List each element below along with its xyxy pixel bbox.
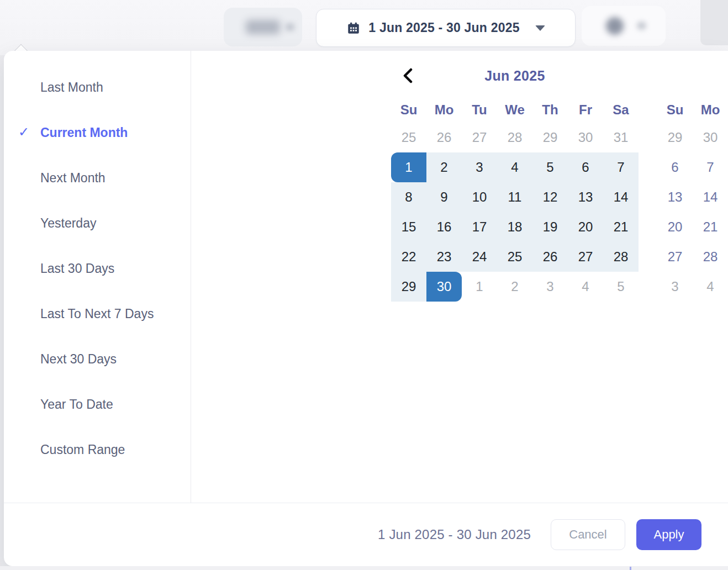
page-bottom-strip [0, 566, 728, 570]
preset-label: Yesterday [40, 216, 96, 230]
day-cell[interactable]: 30 [693, 123, 728, 152]
page-bottom-mark [630, 567, 631, 570]
day-cell[interactable]: 14 [603, 182, 639, 212]
day-cell[interactable]: 2 [426, 152, 462, 182]
preset-last-30-days[interactable]: Last 30 Days [40, 260, 156, 277]
day-cell[interactable]: 28 [497, 123, 532, 152]
preset-current-month[interactable]: ✓Current Month [40, 124, 156, 141]
day-cell[interactable]: 15 [391, 212, 426, 242]
avatar [606, 17, 624, 35]
day-cell[interactable]: 25 [497, 242, 532, 272]
day-cell[interactable]: 17 [462, 212, 497, 242]
day-cell[interactable]: 2 [497, 272, 532, 302]
day-cell[interactable]: 21 [693, 212, 728, 242]
chevron-down-icon [637, 22, 646, 30]
day-cell[interactable]: 20 [657, 212, 693, 242]
preset-list: Last Month✓Current MonthNext MonthYester… [4, 51, 191, 503]
weekday-header: Th [532, 98, 568, 122]
day-cell[interactable]: 30 [426, 272, 462, 302]
day-cell[interactable]: 27 [568, 242, 603, 272]
month-title: Jul 2025 [657, 64, 728, 87]
day-cell[interactable]: 16 [426, 212, 462, 242]
date-range-popup: Last Month✓Current MonthNext MonthYester… [4, 51, 728, 566]
day-cell[interactable]: 30 [568, 123, 603, 152]
weekday-header: Tu [462, 98, 497, 122]
preset-label: Last 30 Days [40, 261, 114, 276]
cancel-button[interactable]: Cancel [551, 519, 625, 550]
preset-year-to-date[interactable]: Year To Date [40, 396, 156, 413]
preset-label: Last To Next 7 Days [40, 307, 154, 321]
date-range-picker-screen: 1 Jun 2025 - 30 Jun 2025 Last Month✓Curr… [0, 0, 728, 570]
month-title: Jun 2025 [391, 64, 639, 87]
day-cell[interactable]: 27 [657, 242, 693, 272]
day-cell[interactable]: 12 [532, 182, 568, 212]
day-cell[interactable]: 13 [568, 182, 603, 212]
day-cell[interactable]: 9 [426, 182, 462, 212]
day-cell[interactable]: 7 [603, 152, 639, 182]
day-cell[interactable]: 31 [603, 123, 639, 152]
day-cell[interactable]: 29 [391, 272, 426, 302]
day-cell[interactable]: 14 [693, 182, 728, 212]
day-cell[interactable]: 19 [532, 212, 568, 242]
day-cell[interactable]: 26 [426, 123, 462, 152]
preset-label: Last Month [40, 80, 103, 94]
day-cell[interactable]: 26 [532, 242, 568, 272]
calendar-panel: Jun 2025 SuMoTuWeThFrSa 2526272829303112… [191, 51, 728, 503]
topbar-right-panel [700, 0, 728, 45]
preset-yesterday[interactable]: Yesterday [40, 215, 156, 231]
day-cell[interactable]: 25 [391, 123, 426, 152]
day-cell[interactable]: 4 [497, 152, 532, 182]
day-cell[interactable]: 29 [657, 123, 693, 152]
day-cell[interactable]: 3 [657, 272, 693, 302]
preset-label: Next 30 Days [40, 352, 117, 366]
day-cell[interactable]: 8 [391, 182, 426, 212]
day-cell[interactable]: 7 [693, 152, 728, 182]
day-cell[interactable]: 23 [426, 242, 462, 272]
weekday-header: Sa [603, 98, 639, 122]
day-cell[interactable]: 5 [532, 152, 568, 182]
day-cell[interactable]: 20 [568, 212, 603, 242]
preset-last-to-next-7-days[interactable]: Last To Next 7 Days [40, 305, 156, 322]
day-cell[interactable]: 13 [657, 182, 693, 212]
month-calendar-jul: Jul 2025 SuMoTuWeThFrSa 2930123456789101… [657, 64, 728, 302]
day-cell[interactable]: 3 [532, 272, 568, 302]
day-cell[interactable]: 21 [603, 212, 639, 242]
day-cell[interactable]: 29 [532, 123, 568, 152]
preset-next-30-days[interactable]: Next 30 Days [40, 351, 156, 367]
day-cell[interactable]: 28 [693, 242, 728, 272]
blurred-user-menu[interactable] [582, 6, 666, 46]
day-cell[interactable]: 6 [657, 152, 693, 182]
date-range-button[interactable]: 1 Jun 2025 - 30 Jun 2025 [316, 9, 576, 47]
day-cell[interactable]: 5 [603, 272, 639, 302]
preset-label: Current Month [40, 125, 128, 140]
blurred-filter-dropdown[interactable] [224, 8, 302, 46]
day-cell[interactable]: 18 [497, 212, 532, 242]
day-cell[interactable]: 28 [603, 242, 639, 272]
preset-custom-range[interactable]: Custom Range [40, 441, 156, 458]
popup-footer: 1 Jun 2025 - 30 Jun 2025 Cancel Apply [4, 503, 728, 566]
day-cell[interactable]: 11 [497, 182, 532, 212]
day-grid: 2526272829303112345678910111213141516171… [391, 123, 639, 302]
chevron-down-icon [535, 25, 545, 31]
day-cell[interactable]: 4 [568, 272, 603, 302]
weekday-header: Fr [568, 98, 603, 122]
preset-last-month[interactable]: Last Month [40, 79, 156, 96]
day-cell[interactable]: 3 [462, 152, 497, 182]
weekday-header-row: SuMoTuWeThFrSa [657, 98, 728, 122]
day-cell[interactable]: 1 [462, 272, 497, 302]
day-grid: 2930123456789101112131415161718192021222… [657, 123, 728, 302]
day-cell[interactable]: 10 [462, 182, 497, 212]
day-cell[interactable]: 24 [462, 242, 497, 272]
day-cell[interactable]: 6 [568, 152, 603, 182]
weekday-header: Mo [693, 98, 728, 122]
day-cell[interactable]: 1 [391, 152, 426, 182]
day-cell[interactable]: 4 [693, 272, 728, 302]
preset-next-month[interactable]: Next Month [40, 170, 156, 186]
day-cell[interactable]: 22 [391, 242, 426, 272]
apply-button[interactable]: Apply [636, 519, 701, 550]
topbar: 1 Jun 2025 - 30 Jun 2025 [0, 0, 728, 55]
calendar-icon [346, 21, 361, 35]
check-icon: ✓ [18, 124, 29, 140]
weekday-header: Su [657, 98, 693, 122]
day-cell[interactable]: 27 [462, 123, 497, 152]
